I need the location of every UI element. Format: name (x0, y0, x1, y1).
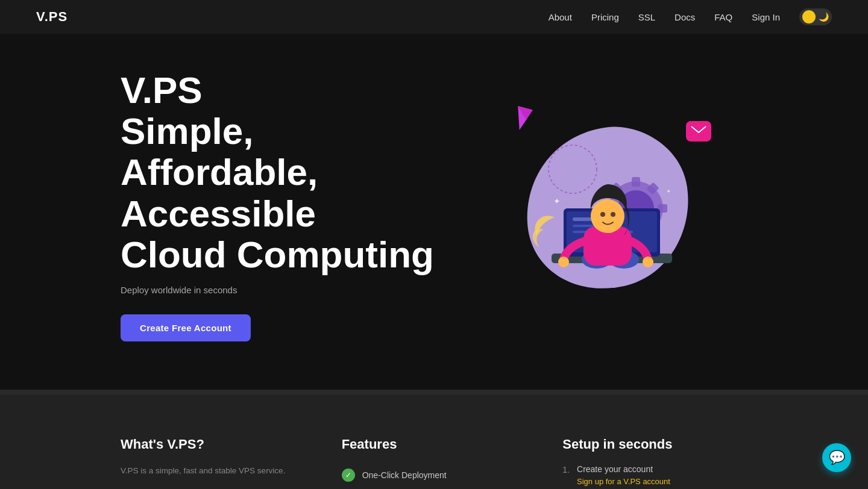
list-item: ✓ One-Click Deployment (342, 464, 527, 486)
chat-icon: 💬 (829, 450, 845, 466)
features-section: What's V.PS? V.PS is a simple, fast and … (0, 394, 868, 489)
sun-icon (802, 10, 816, 23)
check-icon: ✓ (342, 469, 355, 482)
step-title-1: Create your account (577, 464, 670, 474)
illustration-svg: ✦ ✦ (518, 115, 699, 296)
step-content-1: Create your account Sign up for a V.PS a… (577, 464, 670, 487)
whats-vps-column: What's V.PS? V.PS is a simple, fast and … (121, 437, 306, 489)
setup-steps: 1. Create your account Sign up for a V.P… (562, 464, 747, 489)
nav-link-faq[interactable]: FAQ (714, 12, 732, 22)
feature-item-1: One-Click Deployment (362, 470, 447, 480)
svg-point-23 (600, 212, 605, 217)
moon-icon: 🌙 (818, 11, 829, 22)
setup-heading: Setup in seconds (562, 437, 747, 452)
nav-link-pricing[interactable]: Pricing (591, 12, 619, 22)
navbar: V.PS About Pricing SSL Docs FAQ Sign In … (0, 0, 868, 34)
svg-point-26 (643, 257, 653, 267)
svg-text:✦: ✦ (666, 188, 671, 195)
setup-column: Setup in seconds 1. Create your account … (562, 437, 747, 489)
theme-toggle[interactable]: 🌙 (799, 8, 832, 25)
feature-list: ✓ One-Click Deployment ✓ Flexible Operat… (342, 464, 527, 489)
svg-point-25 (558, 257, 569, 267)
svg-rect-5 (632, 177, 640, 187)
whats-vps-para1: V.PS is a simple, fast and stable VPS se… (121, 464, 306, 478)
whats-vps-heading: What's V.PS? (121, 437, 306, 452)
hero-illustration: ✦ ✦ (506, 103, 711, 308)
features-heading: Features (342, 437, 527, 452)
nav-links: About Pricing SSL Docs FAQ Sign In 🌙 (549, 8, 832, 25)
logo[interactable]: V.PS (36, 9, 68, 25)
step-link-1[interactable]: Sign up for a V.PS account (577, 477, 670, 486)
svg-text:✦: ✦ (553, 196, 561, 206)
step-num-1: 1. (562, 464, 570, 487)
hero-section: V.PS Simple, Affordable, Accessible Clou… (0, 34, 868, 390)
hero-title: V.PS Simple, Affordable, Accessible Clou… (121, 70, 458, 275)
nav-link-about[interactable]: About (549, 12, 572, 22)
svg-point-24 (611, 212, 615, 217)
setup-step-1: 1. Create your account Sign up for a V.P… (562, 464, 747, 487)
nav-link-docs[interactable]: Docs (675, 12, 695, 22)
svg-point-22 (591, 199, 624, 233)
hero-content: V.PS Simple, Affordable, Accessible Clou… (121, 70, 458, 341)
features-column: Features ✓ One-Click Deployment ✓ Flexib… (342, 437, 527, 489)
create-account-button[interactable]: Create Free Account (121, 314, 251, 341)
nav-link-ssl[interactable]: SSL (638, 12, 655, 22)
nav-link-signin[interactable]: Sign In (752, 12, 780, 22)
list-item: ✓ Flexible Operating System (342, 486, 527, 489)
chat-bubble-button[interactable]: 💬 (822, 443, 851, 472)
hero-subtitle: Deploy worldwide in seconds (121, 285, 458, 295)
section-divider (0, 390, 868, 394)
